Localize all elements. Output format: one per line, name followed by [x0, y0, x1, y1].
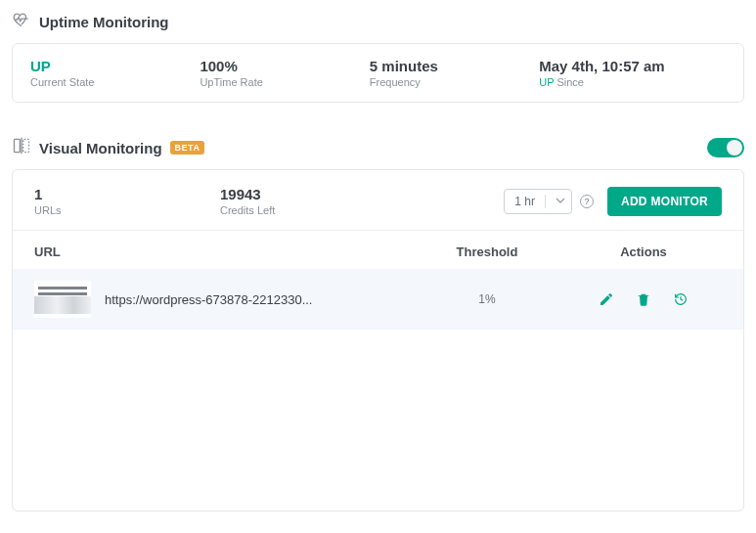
uptime-state: UP Current State: [30, 58, 200, 88]
uptime-since-label: UP Since: [539, 76, 726, 88]
uptime-since-word: Since: [556, 76, 584, 88]
col-url-header: URL: [34, 244, 409, 259]
uptime-rate: 100% UpTime Rate: [200, 58, 369, 88]
vm-credits-stat: 19943 Credits Left: [220, 186, 406, 216]
vm-urls-label: URLs: [34, 204, 220, 216]
uptime-stats-card: UP Current State 100% UpTime Rate 5 minu…: [12, 43, 744, 103]
visual-section-title: Visual Monitoring: [39, 140, 162, 156]
beta-badge: BETA: [170, 141, 205, 155]
vm-urls-stat: 1 URLs: [34, 186, 220, 216]
uptime-freq-value: 5 minutes: [370, 58, 539, 74]
frequency-select[interactable]: 1 hr: [504, 189, 572, 214]
uptime-since-prefix: UP: [539, 76, 554, 88]
visual-section-header: Visual Monitoring BETA: [12, 136, 744, 159]
uptime-freq-label: Frequency: [370, 76, 539, 88]
help-icon[interactable]: ?: [580, 195, 594, 208]
heartbeat-icon: [12, 10, 31, 33]
compare-icon: [12, 136, 31, 159]
frequency-selected-value: 1 hr: [514, 195, 535, 208]
svg-rect-0: [15, 139, 21, 152]
col-actions-header: Actions: [565, 244, 722, 259]
edit-icon[interactable]: [599, 291, 614, 307]
monitor-table-header: URL Threshold Actions: [13, 231, 743, 269]
uptime-section-header: Uptime Monitoring: [12, 10, 744, 33]
chevron-down-icon: [556, 195, 565, 208]
visual-monitoring-card: 1 URLs 19943 Credits Left 1 hr ? ADD MON…: [12, 169, 744, 511]
uptime-frequency: 5 minutes Frequency: [370, 58, 539, 88]
uptime-since: May 4th, 10:57 am UP Since: [539, 58, 726, 88]
visual-monitoring-toggle[interactable]: [707, 138, 744, 157]
trash-icon[interactable]: [636, 291, 651, 307]
uptime-rate-label: UpTime Rate: [200, 76, 369, 88]
col-threshold-header: Threshold: [409, 244, 565, 259]
add-monitor-button[interactable]: ADD MONITOR: [607, 187, 722, 216]
vm-credits-value: 19943: [220, 186, 406, 202]
vm-urls-count: 1: [34, 186, 220, 202]
uptime-state-label: Current State: [30, 76, 200, 88]
svg-rect-1: [23, 139, 29, 152]
page-thumbnail: [34, 281, 91, 318]
row-actions: [565, 291, 722, 307]
history-icon[interactable]: [673, 291, 689, 307]
divider: [545, 195, 546, 208]
uptime-rate-value: 100%: [200, 58, 369, 74]
visual-topbar: 1 URLs 19943 Credits Left 1 hr ? ADD MON…: [13, 170, 743, 231]
uptime-section-title: Uptime Monitoring: [39, 14, 168, 30]
table-row: https://wordpress-673878-2212330... 1%: [13, 269, 743, 330]
vm-credits-label: Credits Left: [220, 204, 406, 216]
row-threshold: 1%: [409, 292, 565, 306]
uptime-state-value: UP: [30, 58, 200, 74]
uptime-since-value: May 4th, 10:57 am: [539, 58, 726, 74]
row-url: https://wordpress-673878-2212330...: [105, 292, 409, 307]
